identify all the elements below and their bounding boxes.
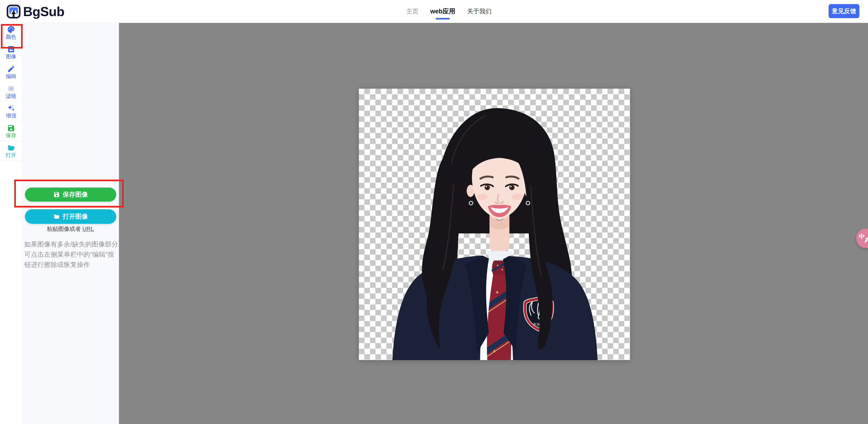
paste-hint: 粘贴图像或者 URL [22, 225, 119, 233]
main-nav: 主页 web应用 关于我们 [406, 0, 491, 23]
tool-filter-label: 滤镜 [6, 93, 16, 98]
header: BgSub 主页 web应用 关于我们 意见反馈 [0, 0, 868, 23]
portrait-image: 헌원사 [359, 89, 630, 360]
tool-open-label: 打开 [6, 152, 16, 158]
sparkles-icon [7, 104, 15, 112]
tool-filter[interactable]: 滤镜 [0, 82, 22, 102]
translate-zh-glyph: 中 [859, 233, 865, 241]
nav-webapp[interactable]: web应用 [430, 7, 455, 16]
tool-strip: 颜色 图像 编辑 滤镜 增强 保存 [0, 23, 22, 424]
nav-about[interactable]: 关于我们 [467, 7, 491, 16]
help-text: 如果图像有多余/缺失的图像部分可点击左侧菜单栏中的"编辑"按钮进行擦除或恢复操作 [24, 239, 118, 270]
active-tab-underline [436, 18, 450, 20]
save-icon [7, 124, 15, 132]
open-image-label: 打开图像 [63, 212, 88, 221]
filter-dots-icon [7, 85, 15, 93]
translate-en-glyph: A [864, 236, 868, 245]
feedback-button[interactable]: 意见反馈 [829, 4, 859, 18]
nav-webapp-label: web应用 [430, 8, 455, 15]
tool-open[interactable]: 打开 [0, 141, 22, 161]
bgsub-logo-icon [6, 4, 21, 19]
folder-open-icon [7, 144, 15, 152]
side-panel: 保存图像 打开图像 粘贴图像或者 URL 如果图像有多余/缺失的图像部分可点击左… [22, 23, 119, 424]
tool-color[interactable]: 颜色 [0, 23, 22, 43]
tool-edit-label: 编辑 [6, 74, 16, 79]
tool-image-label: 图像 [6, 54, 16, 59]
image-artboard[interactable]: 헌원사 [359, 89, 630, 360]
tool-enhance[interactable]: 增强 [0, 102, 22, 121]
image-icon [7, 45, 15, 53]
tool-save[interactable]: 保存 [0, 121, 22, 141]
palette-icon [7, 25, 15, 33]
paste-url-link[interactable]: URL [83, 226, 94, 232]
tool-color-label: 颜色 [6, 34, 16, 39]
nav-home[interactable]: 主页 [406, 7, 418, 16]
open-image-button[interactable]: 打开图像 [25, 209, 116, 224]
tool-enhance-label: 增强 [6, 113, 16, 118]
save-image-label: 保存图像 [63, 190, 88, 199]
tool-edit[interactable]: 编辑 [0, 62, 22, 82]
logo-text: BgSub [23, 4, 64, 19]
tool-image[interactable]: 图像 [0, 43, 22, 62]
paste-hint-text: 粘贴图像或者 [47, 226, 81, 232]
logo[interactable]: BgSub [6, 4, 64, 19]
bgsub-app: { "header": { "logo_text": "BgSub", "nav… [0, 0, 868, 424]
save-image-button[interactable]: 保存图像 [25, 188, 116, 202]
pencil-icon [7, 65, 15, 73]
folder-open-icon [53, 213, 60, 220]
tool-save-label: 保存 [6, 133, 16, 138]
save-icon [53, 191, 60, 198]
